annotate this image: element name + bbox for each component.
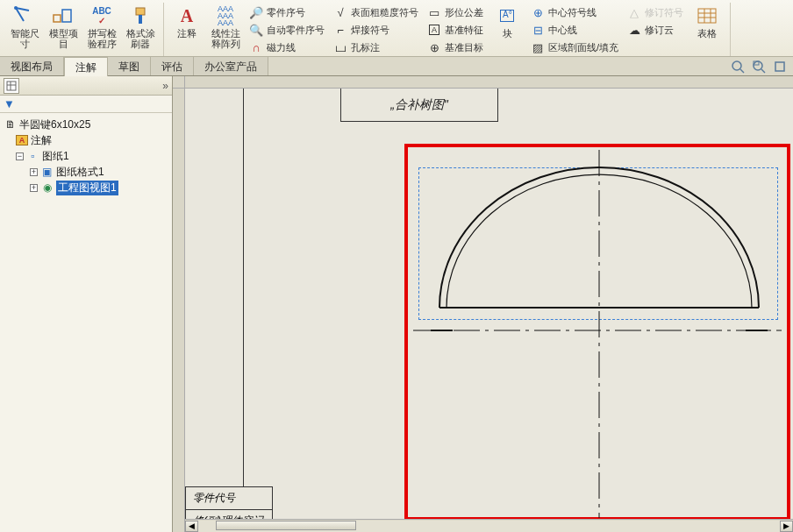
scroll-right-button[interactable]: ▶: [780, 521, 793, 532]
ribbon-stack-symbols: √表面粗糙度符号 ⌐焊接符号 ⌴孔标注: [329, 3, 423, 57]
drawing-view-icon: ◉: [40, 181, 54, 195]
tab-evaluate[interactable]: 评估: [151, 57, 194, 75]
svg-point-10: [732, 61, 741, 70]
annotation-folder-icon: A: [16, 135, 28, 145]
revision-symbol-button: △修订符号: [625, 4, 685, 20]
ribbon-stack-datum: ▭形位公差 A基准特征 ⊕基准目标: [423, 3, 488, 57]
tree-sheet-format[interactable]: + ▣ 图纸格式1: [2, 164, 170, 180]
drawing-icon: 🗎: [4, 118, 17, 131]
surface-finish-button[interactable]: √表面粗糙度符号: [332, 4, 420, 20]
centerline-button[interactable]: ⊟中心线: [529, 22, 620, 38]
drawing-view-geometry[interactable]: [404, 141, 790, 527]
panel-header: »: [0, 76, 172, 96]
svg-rect-5: [698, 9, 716, 23]
feature-tree: 🗎 半圆键6x10x25 A 注解 − ▫ 图纸1 + ▣ 图纸格式1 + ◉ …: [0, 113, 172, 199]
center-mark-button[interactable]: ⊕中心符号线: [529, 4, 620, 20]
tree-annotations[interactable]: A 注解: [2, 132, 170, 148]
tab-strip: 视图布局 注解 草图 评估 办公室产品: [0, 57, 793, 76]
centerline-icon: ⊟: [531, 23, 545, 37]
svg-rect-15: [775, 62, 784, 71]
view-cube-icon[interactable]: [772, 59, 788, 74]
weld-symbol-icon: ⌐: [333, 23, 347, 37]
tab-sketch[interactable]: 草图: [108, 57, 151, 75]
format-painter-button[interactable]: 格式涂刷器: [121, 3, 160, 51]
ribbon-group-annotate: A 注释 AAAAAAAAA 线性注释阵列 🔎零件序号 🔍自动零件序号 ∩磁力线…: [164, 3, 731, 56]
filter-icon[interactable]: ▼: [4, 97, 18, 111]
spell-check-button[interactable]: ABC✓ 拼写检验程序: [82, 3, 121, 51]
tab-office[interactable]: 办公室产品: [194, 57, 268, 75]
tables-icon: [695, 4, 719, 27]
svg-line-11: [740, 69, 744, 73]
auto-balloon-icon: 🔍: [249, 23, 263, 37]
svg-rect-3: [136, 8, 145, 15]
expand-icon[interactable]: −: [16, 153, 24, 160]
drawing-canvas[interactable]: „合补树图" 零件代号 修(副: [185, 89, 793, 532]
magnetic-line-button[interactable]: ∩磁力线: [247, 39, 326, 55]
tree-sheet[interactable]: − ▫ 图纸1: [2, 148, 170, 164]
datum-feature-button[interactable]: A基准特征: [425, 22, 485, 38]
datum-feature-icon: A: [427, 23, 441, 37]
smart-dimension-button[interactable]: 智能尺寸: [5, 3, 44, 51]
tab-annotation[interactable]: 注解: [64, 57, 108, 76]
area-hatch-button[interactable]: ▨区域剖面线/填充: [529, 39, 620, 55]
revision-cloud-button[interactable]: ☁修订云: [625, 22, 685, 38]
note-button[interactable]: A 注释: [168, 3, 206, 40]
tree-root[interactable]: 🗎 半圆键6x10x25: [2, 117, 170, 132]
balloon-icon: 🔎: [249, 5, 263, 19]
ruler-vertical: [173, 89, 185, 532]
sheet-icon: ▫: [26, 150, 39, 163]
sheet-format-icon: ▣: [40, 166, 54, 179]
ribbon-stack-balloon: 🔎零件序号 🔍自动零件序号 ∩磁力线: [245, 3, 329, 57]
weld-symbol-button[interactable]: ⌐焊接符号: [332, 22, 420, 38]
block-button[interactable]: A° 块: [488, 3, 526, 40]
auto-balloon-button[interactable]: 🔍自动零件序号: [247, 22, 326, 38]
expand-icon[interactable]: +: [30, 168, 38, 176]
revision-symbol-icon: △: [627, 5, 641, 19]
panel-tab-icon[interactable]: [4, 78, 19, 94]
view-tools: [730, 59, 788, 74]
spell-check-icon: ABC✓: [89, 4, 114, 27]
horizontal-scrollbar[interactable]: ◀ ▶: [185, 519, 793, 532]
datum-target-button[interactable]: ⊕基准目标: [425, 39, 485, 55]
linear-pattern-button[interactable]: AAAAAAAAA 线性注释阵列: [206, 3, 245, 51]
geo-tolerance-icon: ▭: [427, 5, 441, 19]
scroll-thumb[interactable]: [216, 521, 356, 530]
svg-rect-4: [139, 15, 142, 24]
zoom-area-icon[interactable]: [751, 59, 767, 74]
tab-view-layout[interactable]: 视图布局: [0, 57, 64, 75]
ribbon-toolbar: 智能尺寸 模型项目 ABC✓ 拼写检验程序 格式涂刷器 A 注释 AAAAAA: [0, 0, 793, 57]
expand-icon[interactable]: +: [30, 184, 38, 192]
geo-tolerance-button[interactable]: ▭形位公差: [425, 4, 485, 20]
svg-rect-16: [7, 82, 16, 90]
surface-finish-icon: √: [333, 5, 347, 19]
tree-drawing-view[interactable]: + ◉ 工程图视图1: [2, 180, 170, 195]
panel-collapse-icon[interactable]: »: [162, 80, 168, 92]
svg-rect-2: [62, 10, 71, 22]
svg-rect-1: [54, 15, 61, 22]
tables-button[interactable]: 表格: [688, 3, 726, 40]
ribbon-stack-center: ⊕中心符号线 ⊟中心线 ▨区域剖面线/填充: [526, 3, 623, 57]
title-block-row: 零件代号: [185, 486, 273, 509]
model-items-icon: [51, 4, 75, 27]
scroll-track[interactable]: [198, 521, 780, 532]
hole-callout-icon: ⌴: [333, 40, 347, 54]
drawing-title-box: „合补树图": [340, 89, 498, 122]
model-items-button[interactable]: 模型项目: [44, 3, 82, 51]
svg-point-12: [754, 61, 762, 70]
svg-point-0: [14, 6, 18, 10]
scroll-left-button[interactable]: ◀: [185, 521, 198, 532]
magnetic-line-icon: ∩: [249, 40, 263, 54]
zoom-fit-icon[interactable]: [730, 59, 746, 74]
smart-dimension-icon: [12, 4, 37, 27]
main-area: » ▼ 🗎 半圆键6x10x25 A 注解 − ▫ 图纸1 + ▣ 图纸格式1: [0, 76, 793, 532]
balloon-button[interactable]: 🔎零件序号: [247, 4, 326, 20]
ribbon-stack-revision: △修订符号 ☁修订云: [623, 3, 688, 39]
note-icon: A: [175, 4, 199, 27]
ribbon-group-dimension: 智能尺寸 模型项目 ABC✓ 拼写检验程序 格式涂刷器: [2, 3, 164, 56]
revision-cloud-icon: ☁: [627, 23, 641, 37]
svg-line-13: [761, 69, 765, 73]
format-painter-icon: [128, 4, 153, 27]
ruler-corner: [173, 76, 185, 89]
hole-callout-button[interactable]: ⌴孔标注: [332, 39, 420, 55]
area-hatch-icon: ▨: [531, 40, 545, 54]
